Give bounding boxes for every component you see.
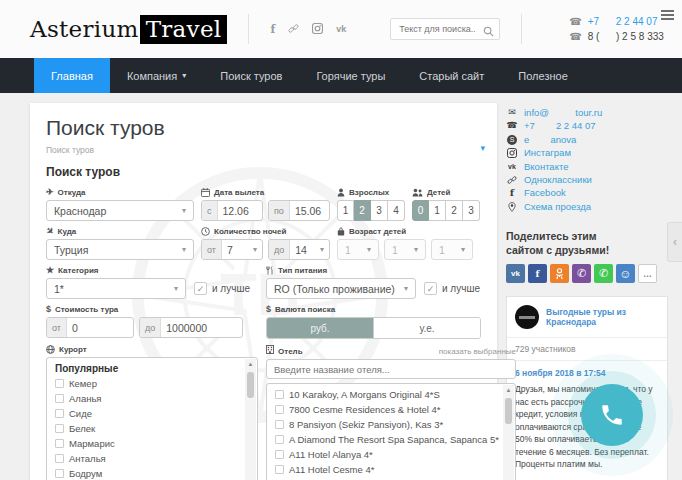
checkbox[interactable] [275, 405, 284, 414]
link-icon[interactable] [288, 23, 299, 36]
children-3-button[interactable]: 3 [463, 200, 480, 221]
children-0-button[interactable]: 0 [412, 200, 429, 221]
contact-vk[interactable]: vkВконтакте [506, 160, 668, 173]
show-selected-link[interactable]: показать выбранные [439, 347, 516, 356]
group-avatar[interactable] [515, 305, 539, 329]
checkbox[interactable] [275, 420, 284, 429]
hotel-option[interactable]: 10 Karakoy, A Morgans Original 4*S [275, 387, 499, 402]
adults-3-button[interactable]: 3 [371, 200, 388, 221]
children-2-button[interactable]: 2 [446, 200, 463, 221]
checkbox[interactable] [55, 409, 64, 418]
group-name-link[interactable]: Выгодные туры из Краснодара [546, 307, 659, 327]
share-vk-button[interactable]: vk [506, 264, 525, 283]
nights-from-select[interactable]: от [201, 239, 263, 260]
currency-usd-button[interactable]: у.е. [373, 318, 480, 338]
resort-option[interactable]: Сиде [55, 406, 241, 421]
contact-email[interactable]: info@ tour.ru [506, 106, 668, 119]
nav-item-hot-tours[interactable]: Горячие туры [299, 58, 402, 93]
checkbox[interactable] [275, 465, 284, 474]
resort-option[interactable]: Аланья [55, 391, 241, 406]
people-icon [412, 188, 423, 197]
nav-item-old-site[interactable]: Старый сайт [402, 58, 501, 93]
instagram-icon [506, 148, 518, 158]
currency-rub-button[interactable]: руб. [267, 318, 373, 338]
contact-facebook[interactable]: fFacebook [506, 186, 668, 199]
hotel-name: 10 Karakoy, A Morgans Original 4*S [289, 389, 440, 400]
contact-instagram[interactable]: Инстаграм [506, 146, 668, 159]
contact-odnoklassniki[interactable]: Одноклассники [506, 173, 668, 186]
hotel-option[interactable]: 7800 Cesme Residences & Hotel 4* [275, 402, 499, 417]
nights-to-select[interactable]: до [268, 239, 330, 260]
child-age-select-2[interactable]: 1 [384, 239, 426, 260]
chevron-down-icon [253, 245, 257, 254]
nav-item-company[interactable]: Компания [110, 58, 203, 93]
children-1-button[interactable]: 1 [429, 200, 446, 221]
checkbox[interactable] [275, 390, 284, 399]
meal-and-better-checkbox[interactable] [424, 282, 437, 295]
share-facebook-button[interactable]: f [528, 264, 547, 283]
phone-number-2[interactable]: 8 ( ) 2 5 8 333 [588, 29, 664, 44]
from-select[interactable]: Краснодар [46, 200, 194, 221]
nav-item-home[interactable]: Главная [34, 58, 110, 93]
breadcrumb[interactable]: Поиск туров [46, 145, 481, 155]
meal-select[interactable]: RO (Только проживание) [266, 278, 416, 299]
checkbox[interactable] [55, 469, 64, 478]
resort-option[interactable]: Анталья [55, 451, 241, 466]
category-and-better-checkbox[interactable] [194, 282, 207, 295]
vk-icon[interactable]: vk [336, 25, 346, 34]
resort-option[interactable]: Белек [55, 421, 241, 436]
child-age-select-3[interactable]: 1 [431, 239, 473, 260]
nights-to-value[interactable] [290, 244, 320, 256]
adults-2-button[interactable]: 2 [354, 200, 371, 221]
contact-phone[interactable]: +7 2 2 44 07 [506, 119, 668, 132]
search-icon[interactable] [483, 23, 494, 41]
child-age-select-1[interactable]: 1 [337, 239, 379, 260]
checkbox[interactable] [55, 439, 64, 448]
scrollbar[interactable] [503, 385, 514, 480]
resort-option[interactable]: Мармарис [55, 436, 241, 451]
hotel-option[interactable]: 8 Pansiyon (Sekiz Pansiyon), Kas 3* [275, 417, 499, 432]
scrollbar-thumb[interactable] [505, 398, 512, 424]
collapse-icon[interactable] [480, 143, 485, 153]
hotel-option[interactable]: A Diamond The Resort Spa Sapanca, Sapanc… [275, 432, 499, 447]
nights-from-value[interactable] [222, 244, 253, 256]
checkbox[interactable] [55, 394, 64, 403]
share-whatsapp-button[interactable]: ✆ [594, 264, 613, 283]
hamburger-menu-icon[interactable] [661, 8, 674, 22]
share-more-button[interactable]: … [638, 264, 657, 283]
checkbox[interactable] [275, 450, 284, 459]
instagram-icon[interactable] [312, 23, 323, 36]
date-to-input[interactable] [290, 205, 329, 217]
price-to-input[interactable] [161, 322, 242, 334]
hotel-option[interactable]: A11 Hotel Cesme 4* [275, 462, 499, 477]
share-viber-button[interactable]: ✆ [572, 264, 591, 283]
share-moimir-button[interactable]: ☺ [616, 264, 635, 283]
side-panel-toggle[interactable] [667, 222, 682, 262]
phone-number-1[interactable]: +7 2 2 44 07 [588, 14, 658, 29]
checkbox[interactable] [55, 424, 64, 433]
to-select[interactable]: Турция [46, 239, 194, 260]
resort-option[interactable]: Кемер [55, 376, 241, 391]
date-from-input[interactable] [218, 205, 263, 217]
contact-skype[interactable]: Se anova [506, 133, 668, 146]
hotel-option[interactable]: A11 Hotel Alanya 4* [275, 447, 499, 462]
adults-4-button[interactable]: 4 [388, 200, 405, 221]
resort-option[interactable]: Бодрум [55, 466, 241, 480]
hotel-search-input[interactable] [266, 359, 516, 379]
post-date-link[interactable]: 6 ноября 2018 в 17:54 [515, 368, 659, 378]
checkbox[interactable] [55, 379, 64, 388]
share-odnoklassniki-button[interactable] [550, 264, 569, 283]
facebook-icon[interactable]: f [270, 24, 275, 35]
site-logo[interactable]: AsteriumTravel [30, 16, 227, 42]
scrollbar-thumb[interactable] [247, 372, 254, 398]
checkbox[interactable] [275, 435, 284, 444]
price-from-input[interactable] [67, 322, 133, 334]
nav-item-tour-search[interactable]: Поиск туров [203, 58, 299, 93]
checkbox[interactable] [55, 454, 64, 463]
callback-phone-button[interactable] [581, 384, 643, 446]
nav-item-useful[interactable]: Полезное [501, 58, 584, 93]
adults-1-button[interactable]: 1 [337, 200, 354, 221]
category-select[interactable]: 1* [46, 278, 186, 299]
contact-directions[interactable]: Схема проезда [506, 200, 668, 213]
scrollbar[interactable] [245, 359, 256, 480]
